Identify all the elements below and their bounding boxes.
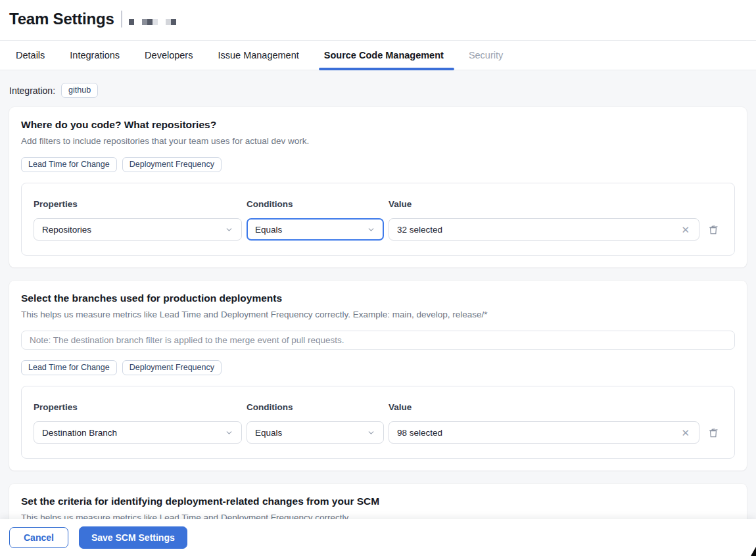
property-select-value: Destination Branch xyxy=(42,428,117,438)
integration-row: Integration: github xyxy=(9,83,747,98)
property-select[interactable]: Destination Branch xyxy=(34,421,242,444)
card-title: Set the criteria for identifying deploym… xyxy=(21,495,735,508)
branch-note-input[interactable] xyxy=(21,331,735,350)
settings-tabbar: Details Integrations Developers Issue Ma… xyxy=(0,41,756,70)
card-title: Where do you code? What repositories? xyxy=(21,118,735,131)
scm-settings-content: Integration: github Where do you code? W… xyxy=(0,83,756,556)
clear-selection-icon[interactable]: ✕ xyxy=(680,427,691,439)
tab-details[interactable]: Details xyxy=(14,41,46,70)
value-column-label: Value xyxy=(389,199,699,209)
tab-security: Security xyxy=(467,41,504,70)
condition-select-value: Equals xyxy=(255,225,282,235)
value-multiselect[interactable]: 98 selected ✕ xyxy=(389,421,699,444)
conditions-column-label: Conditions xyxy=(247,199,384,209)
action-footer: Cancel Save SCM Settings xyxy=(0,519,756,556)
condition-select[interactable]: Equals xyxy=(247,218,384,241)
title-row: Team Settings xyxy=(9,10,747,28)
value-selected-count: 98 selected xyxy=(397,428,442,438)
tab-developers[interactable]: Developers xyxy=(143,41,194,70)
card-branches: Select the branches used for production … xyxy=(9,281,747,471)
card-subtitle: This helps us measure metrics like Lead … xyxy=(21,309,735,320)
condition-select-value: Equals xyxy=(255,428,282,438)
property-select[interactable]: Repositories xyxy=(34,218,242,241)
card-subtitle: Add filters to include repositories that… xyxy=(21,135,735,147)
delete-filter-button[interactable] xyxy=(704,218,722,241)
redacted-breadcrumb xyxy=(129,19,176,25)
card-repositories: Where do you code? What repositories? Ad… xyxy=(9,107,747,267)
title-divider xyxy=(121,11,122,28)
condition-select[interactable]: Equals xyxy=(247,421,384,444)
value-selected-count: 32 selected xyxy=(397,225,442,235)
trash-icon xyxy=(707,427,719,439)
value-multiselect[interactable]: 32 selected ✕ xyxy=(389,218,699,241)
chevron-down-icon xyxy=(225,225,233,234)
card-title: Select the branches used for production … xyxy=(21,292,735,305)
metric-tag-deployment-frequency: Deployment Frequency xyxy=(122,157,222,172)
tab-source-code-management[interactable]: Source Code Management xyxy=(323,41,445,70)
integration-chip-github: github xyxy=(61,83,98,98)
property-select-value: Repositories xyxy=(42,225,91,235)
trash-icon xyxy=(707,223,719,236)
metric-tag-deployment-frequency: Deployment Frequency xyxy=(122,360,222,375)
delete-filter-button[interactable] xyxy=(704,421,722,444)
properties-column-label: Properties xyxy=(34,199,242,209)
tab-issue-management[interactable]: Issue Management xyxy=(216,41,300,70)
repositories-filter-panel: Properties Conditions Value Repositories… xyxy=(21,183,735,256)
metric-tag-lead-time: Lead Time for Change xyxy=(21,157,117,172)
redacted-block xyxy=(129,19,134,25)
page-header: Team Settings xyxy=(0,0,756,41)
chevron-down-icon xyxy=(367,225,375,234)
branches-filter-panel: Properties Conditions Value Destination … xyxy=(21,386,735,459)
chevron-down-icon xyxy=(367,429,375,437)
metric-tags-row: Lead Time for Change Deployment Frequenc… xyxy=(21,157,735,172)
tab-integrations[interactable]: Integrations xyxy=(68,41,121,70)
properties-column-label: Properties xyxy=(34,402,242,412)
clear-selection-icon[interactable]: ✕ xyxy=(680,223,691,236)
chevron-down-icon xyxy=(225,429,233,437)
redacted-block xyxy=(166,19,176,25)
save-scm-settings-button[interactable]: Save SCM Settings xyxy=(79,526,187,549)
value-column-label: Value xyxy=(389,402,699,412)
redacted-block xyxy=(142,19,158,25)
conditions-column-label: Conditions xyxy=(247,402,384,412)
metric-tag-lead-time: Lead Time for Change xyxy=(21,360,117,375)
page-title: Team Settings xyxy=(9,10,114,28)
integration-label: Integration: xyxy=(9,85,55,96)
metric-tags-row: Lead Time for Change Deployment Frequenc… xyxy=(21,360,735,375)
cancel-button[interactable]: Cancel xyxy=(9,527,68,548)
